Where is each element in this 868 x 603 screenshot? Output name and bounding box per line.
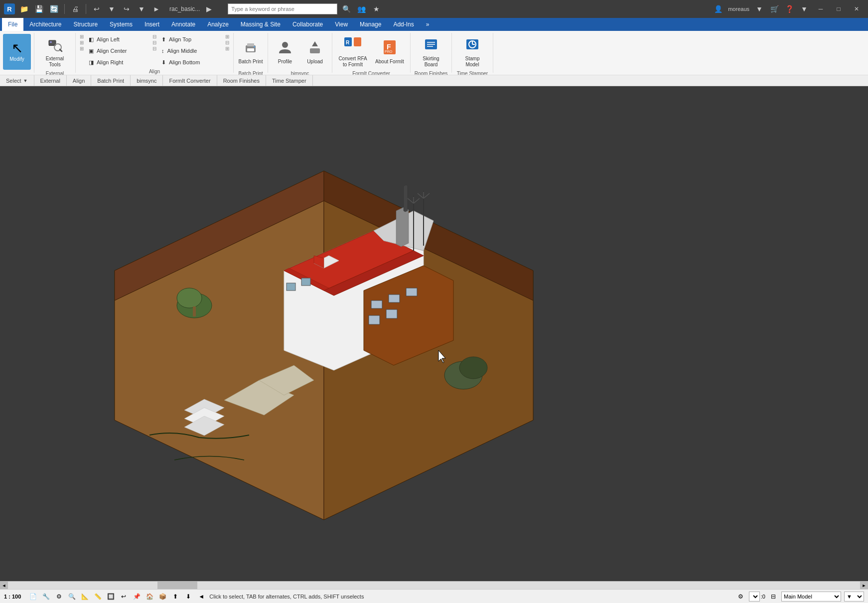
ribbon-footer: Select ▼ External Align Batch Print bims… [0, 75, 868, 86]
file-arrow[interactable]: ▶ [203, 3, 215, 15]
status-dropdown[interactable] [749, 592, 760, 602]
sb-section-icon[interactable]: ⊟ [768, 592, 778, 602]
batch-print-btn[interactable]: Batch Print [237, 34, 265, 70]
stamp-model-btn[interactable]: StampModel [455, 34, 490, 70]
help-arrow[interactable]: ▼ [798, 3, 810, 15]
about-formit-icon: F PRO [382, 39, 398, 58]
horizontal-scrollbar[interactable]: ◄ ► [0, 581, 868, 589]
upload-label: Upload [307, 59, 323, 65]
align-middle-btn[interactable]: ↕ Align Middle [159, 45, 224, 56]
menu-massing[interactable]: Massing & Site [235, 18, 287, 31]
sb-icon9[interactable]: 📌 [132, 592, 142, 602]
skirting-board-btn[interactable]: SkirtingBoard [414, 34, 448, 70]
external-tools-label: ExternalTools [46, 56, 64, 68]
menu-insert[interactable]: Insert [139, 18, 165, 31]
sb-icon6[interactable]: 📏 [93, 592, 103, 602]
sync-btn[interactable]: 🔄 [48, 3, 60, 15]
undo-btn[interactable]: ↩ [91, 3, 103, 15]
title-bar: R 📁 💾 🔄 🖨 ↩ ▼ ↪ ▼ ► rac_basic... ▶ 🔍 👥 ★… [0, 0, 868, 18]
align-bottom-label: Align Bottom [169, 59, 200, 65]
menu-analyze[interactable]: Analyze [201, 18, 235, 31]
menu-structure[interactable]: Structure [67, 18, 104, 31]
modify-btn[interactable]: ↖ Modify [3, 34, 31, 70]
user-arrow[interactable]: ▼ [753, 3, 765, 15]
footer-select[interactable]: Select ▼ [0, 75, 34, 86]
ribbon-group-batch-print: Batch Print Batch Print [234, 33, 268, 73]
external-tools-btn[interactable]: ExternalTools [37, 34, 72, 70]
footer-bimsync[interactable]: bimsync [131, 75, 163, 86]
menu-addins[interactable]: Add-Ins [387, 18, 420, 31]
align-right-btn[interactable]: ◨ Align Right [87, 57, 151, 68]
align-center-btn[interactable]: ▣ Align Center [87, 45, 151, 56]
menu-manage[interactable]: Manage [354, 18, 387, 31]
sb-icon13[interactable]: ⬇ [183, 592, 193, 602]
sb-icon2[interactable]: 🔧 [41, 592, 51, 602]
undo-arrow[interactable]: ▼ [106, 3, 118, 15]
sb-icon7[interactable]: 🔲 [106, 592, 116, 602]
align-bottom-btn[interactable]: ⬇ Align Bottom [159, 57, 224, 68]
star-btn[interactable]: ★ [370, 3, 382, 15]
sb-icon8[interactable]: ↩ [119, 592, 129, 602]
align-top-btn[interactable]: ⬆ Align Top [159, 34, 224, 45]
sb-icon14[interactable]: ◄ [196, 592, 206, 602]
menu-more[interactable]: » [420, 18, 435, 31]
menu-architecture[interactable]: Architecture [23, 18, 67, 31]
about-formit-label: About FormIt [375, 59, 404, 65]
ribbon-group-modify: ↖ Modify [0, 33, 34, 73]
help-btn[interactable]: ❓ [783, 3, 795, 15]
footer-align[interactable]: Align [67, 75, 91, 86]
footer-batch-print[interactable]: Batch Print [91, 75, 131, 86]
h-scroll-thumb[interactable] [157, 582, 197, 589]
menu-collaborate[interactable]: Collaborate [287, 18, 329, 31]
align-bottom-icon: ⬇ [161, 59, 166, 66]
restore-btn[interactable]: □ [831, 2, 846, 16]
upload-btn[interactable]: Upload [301, 34, 329, 70]
ribbon-content: ↖ Modify [0, 31, 868, 75]
cart-btn[interactable]: 🛒 [768, 3, 780, 15]
user-section: 👤 moreaus ▼ [712, 3, 765, 15]
about-formit-btn[interactable]: F PRO About FormIt [372, 34, 407, 70]
redo-btn[interactable]: ↪ [121, 3, 133, 15]
menu-systems[interactable]: Systems [104, 18, 139, 31]
open-btn[interactable]: 📁 [18, 3, 30, 15]
menu-bar: File Architecture Structure Systems Inse… [0, 18, 868, 31]
sb-icon5[interactable]: 📐 [80, 592, 90, 602]
save-btn[interactable]: 💾 [33, 3, 45, 15]
sb-icon10[interactable]: 🏠 [145, 592, 154, 602]
minimize-btn[interactable]: ─ [813, 2, 828, 16]
more-select[interactable]: ▼ [844, 592, 864, 602]
search-input[interactable] [231, 6, 334, 12]
ribbon-group-time-stamper-inner: StampModel [455, 34, 490, 70]
footer-formit[interactable]: FormIt Converter [163, 75, 217, 86]
redo-arrow[interactable]: ▼ [136, 3, 147, 15]
status-coord: :0 [761, 594, 765, 600]
sb-icon1[interactable]: 📄 [28, 592, 38, 602]
footer-select-arrow[interactable]: ▼ [23, 78, 28, 83]
sb-settings-icon[interactable]: ⚙ [736, 592, 746, 602]
search-icon[interactable]: 🔍 [340, 3, 352, 15]
h-scroll-track[interactable] [8, 582, 860, 589]
sb-icon11[interactable]: 📦 [157, 592, 167, 602]
scroll-left-arrow[interactable]: ◄ [0, 582, 8, 590]
profile-btn[interactable]: Profile [271, 34, 299, 70]
extra-btn[interactable]: ► [150, 3, 162, 15]
footer-room-finishes[interactable]: Room Finishes [217, 75, 266, 86]
model-select[interactable]: Main Model [781, 592, 841, 602]
convert-rfa-btn[interactable]: R F Convert RFAto FormIt [335, 34, 370, 70]
sb-icon4[interactable]: 🔍 [67, 592, 77, 602]
footer-time-stamper[interactable]: Time Stamper [266, 75, 313, 86]
print-btn[interactable]: 🖨 [69, 3, 81, 15]
menu-file[interactable]: File [2, 18, 23, 31]
menu-view[interactable]: View [329, 18, 354, 31]
sb-icon12[interactable]: ⬆ [170, 592, 180, 602]
footer-external[interactable]: External [34, 75, 67, 86]
close-btn[interactable]: ✕ [849, 2, 864, 16]
search-box[interactable] [228, 3, 337, 14]
people-btn[interactable]: 👥 [355, 3, 367, 15]
scroll-right-arrow[interactable]: ► [860, 582, 868, 590]
align-left-btn[interactable]: ◧ Align Left [87, 34, 151, 45]
view-area[interactable]: ─ □ ✕ ▲ [0, 86, 868, 581]
sb-icon3[interactable]: ⚙ [54, 592, 64, 602]
ribbon-group-bimsync-inner: Profile Upload [271, 34, 329, 70]
menu-annotate[interactable]: Annotate [165, 18, 201, 31]
